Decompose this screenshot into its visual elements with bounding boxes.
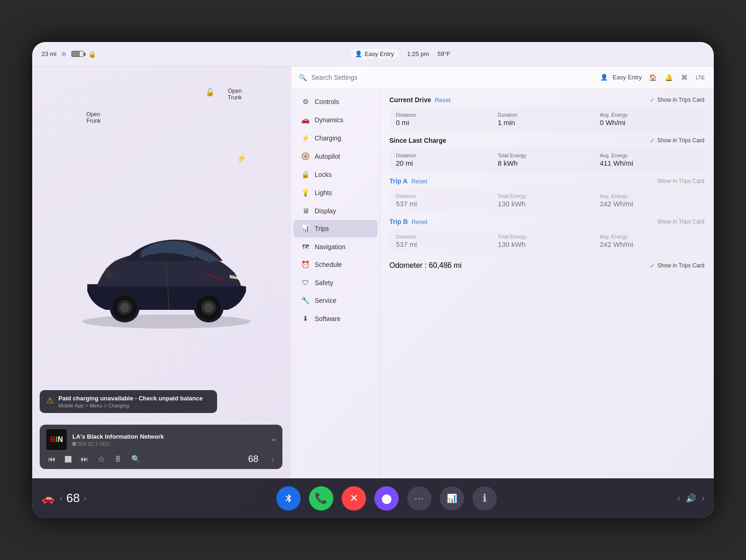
right-next-button[interactable]: ›	[702, 493, 704, 503]
sidebar-item-dynamics[interactable]: 🚗 Dynamics	[293, 111, 378, 129]
easy-entry-pill: 👤 Easy Entry	[350, 49, 399, 59]
bluetooth-header-icon[interactable]: ⌘	[678, 71, 690, 84]
tb-total-energy-label: Total Energy	[498, 234, 596, 239]
stream-icon: ↠	[270, 436, 276, 443]
music-logo: BIN	[46, 429, 67, 450]
trip-b-title: Trip B	[389, 218, 408, 225]
chart-dock-item[interactable]: 📊	[440, 486, 464, 511]
odometer-show-trips[interactable]: ✓ Show in Trips Card	[650, 262, 704, 269]
bottom-center: 📞 ✕ ⬤ ··· 📊 ℹ	[96, 486, 677, 511]
current-distance-value: 0 mi	[396, 119, 494, 126]
music-station: BIN 92.3 HD2	[72, 441, 265, 447]
sidebar-item-service[interactable]: 🔧 Service	[293, 292, 378, 309]
current-duration-label: Duration	[498, 112, 596, 118]
ta-avg-energy-label: Avg. Energy	[600, 193, 698, 199]
warning-notification: ⚠ Paid charging unavailable - Check unpa…	[40, 390, 217, 413]
speed-down-button[interactable]: ‹	[60, 493, 63, 503]
sidebar-item-navigation[interactable]: 🗺 Navigation	[293, 238, 378, 255]
speed-up-button[interactable]: ›	[84, 493, 86, 503]
trunk-label[interactable]: Open Trunk	[228, 88, 242, 101]
last-charge-show-trips[interactable]: ✓ Show in Trips Card	[650, 137, 704, 144]
odometer-row: Odometer : 60,486 mi ✓ Show in Trips Car…	[389, 259, 704, 273]
chart-icon: 📊	[447, 493, 457, 504]
trip-b-reset[interactable]: Reset	[412, 218, 428, 225]
navigation-label: Navigation	[315, 243, 345, 251]
lights-label: Lights	[315, 189, 332, 196]
camera-dock-item[interactable]: ⬤	[374, 486, 399, 511]
music-top: BIN LA's Black Information Network BIN 9…	[46, 429, 276, 450]
search-music-button[interactable]: 🔍	[131, 455, 141, 463]
next-button[interactable]: ⏭	[81, 455, 88, 463]
ta-distance-value: 537 mi	[396, 200, 494, 208]
frunk-label[interactable]: Open Frunk	[86, 111, 101, 124]
svg-point-0	[83, 315, 251, 329]
music-controls[interactable]: ⏮ ⏭ ☆ 🎚 🔍 68 ›	[46, 454, 276, 464]
snowflake-icon: ❄	[61, 50, 67, 58]
sidebar-item-controls[interactable]: ⚙ Controls	[293, 93, 378, 111]
bell-icon[interactable]: 🔔	[662, 71, 675, 84]
svg-point-9	[204, 303, 213, 312]
header-easy-entry: Easy Entry	[612, 74, 642, 81]
trip-a-distance: Distance 537 mi	[396, 193, 494, 208]
car-bottom-icon[interactable]: 🚗	[42, 492, 54, 504]
trips-icon: 📊	[301, 224, 310, 233]
sidebar-item-display[interactable]: 🖥 Display	[293, 202, 378, 219]
tb-distance-label: Distance	[396, 234, 494, 239]
status-temp: 59°F	[437, 50, 450, 57]
current-drive-show-trips[interactable]: ✓ Show in Trips Card	[650, 97, 704, 104]
home-icon[interactable]: 🏠	[647, 71, 659, 84]
info-dock-item[interactable]: ℹ	[472, 486, 497, 511]
last-charge-avg-energy: Avg. Energy 411 Wh/mi	[600, 153, 698, 167]
phone-dock-item[interactable]: 📞	[309, 486, 333, 511]
sidebar-item-trips[interactable]: 📊 Trips	[293, 220, 378, 238]
current-drive-distance: Distance 0 mi	[396, 112, 494, 126]
sidebar-item-lights[interactable]: 💡 Lights	[293, 184, 378, 202]
last-charge-title: Since Last Charge	[389, 137, 446, 144]
stop-button[interactable]	[65, 456, 71, 462]
dynamics-label: Dynamics	[315, 116, 343, 124]
prev-button[interactable]: ⏮	[48, 455, 56, 463]
status-left: 23 mi ❄ 🔒	[42, 50, 96, 58]
music-title: LA's Black Information Network	[72, 433, 265, 440]
sidebar-item-safety[interactable]: 🛡 Safety	[293, 274, 378, 291]
charging-label: Charging	[315, 134, 341, 142]
current-distance-label: Distance	[396, 112, 494, 118]
lc-total-energy-label: Total Energy	[498, 153, 596, 158]
car-image	[69, 212, 255, 333]
sidebar-item-locks[interactable]: 🔒 Locks	[293, 166, 378, 183]
sidebar-item-charging[interactable]: ⚡ Charging	[293, 129, 378, 147]
status-time: 1:25 pm	[407, 50, 429, 57]
trip-a-card: Distance 537 mi Total Energy 130 kWh Avg…	[389, 189, 704, 212]
header-icons: 🏠 🔔 ⌘ LTE	[647, 71, 706, 84]
controls-icon: ⚙	[301, 98, 310, 106]
battery-icon	[71, 51, 84, 57]
favorite-button[interactable]: ☆	[98, 454, 105, 464]
sidebar-item-schedule[interactable]: ⏰ Schedule	[293, 256, 378, 273]
bluetooth-dock-item[interactable]	[276, 486, 301, 511]
tb-total-energy-value: 130 kWh	[498, 240, 596, 248]
trips-content: Current Drive Reset ✓ Show in Trips Card…	[380, 89, 714, 478]
sidebar-item-autopilot[interactable]: 🛞 Autopilot	[293, 147, 378, 165]
station-icon	[72, 442, 76, 446]
range-value: 23 mi	[42, 50, 56, 57]
autopilot-label: Autopilot	[315, 153, 340, 160]
current-drive-reset[interactable]: Reset	[435, 97, 450, 104]
volume-control[interactable]: 🔊	[686, 493, 696, 504]
search-input[interactable]	[311, 74, 596, 81]
last-charge-header: Since Last Charge ✓ Show in Trips Card	[389, 137, 704, 144]
trip-b-show-trips[interactable]: Show in Trips Card	[655, 218, 704, 225]
safety-icon: 🛡	[301, 279, 310, 287]
x-dock-item[interactable]: ✕	[342, 486, 366, 511]
music-info: LA's Black Information Network BIN 92.3 …	[72, 433, 265, 447]
odometer-text: Odometer : 60,486 mi	[389, 261, 462, 270]
ta-distance-label: Distance	[396, 193, 494, 199]
right-prev-button[interactable]: ‹	[677, 493, 680, 503]
dots-dock-item[interactable]: ···	[407, 486, 431, 511]
trip-b-distance: Distance 537 mi	[396, 234, 494, 248]
person-icon: 👤	[355, 50, 362, 57]
sidebar-item-software[interactable]: ⬇ Software	[293, 310, 378, 328]
trip-b-avg-energy: Avg. Energy 242 Wh/mi	[600, 234, 698, 248]
equalizer-button[interactable]: 🎚	[114, 455, 122, 463]
trip-a-show-trips[interactable]: Show in Trips Card	[655, 178, 704, 184]
trip-a-reset[interactable]: Reset	[411, 178, 427, 185]
